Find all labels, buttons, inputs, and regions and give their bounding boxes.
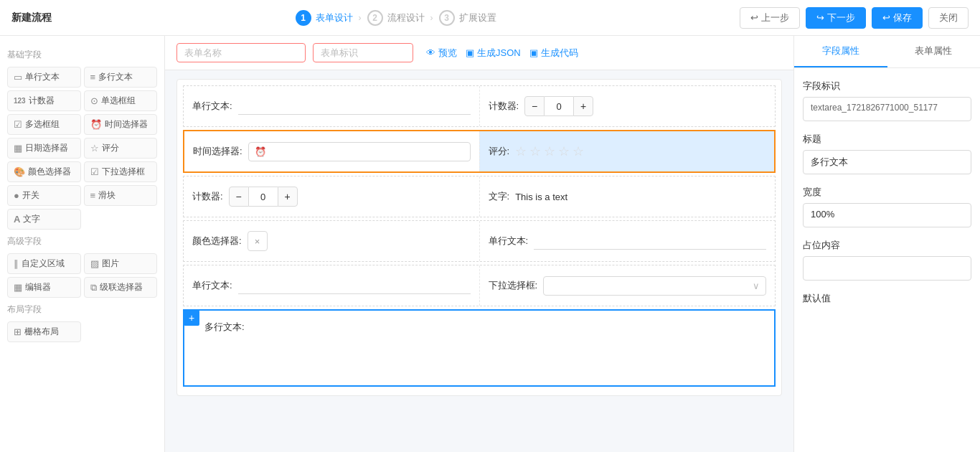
sidebar-item-slider[interactable]: ≡ 滑块 bbox=[84, 185, 158, 206]
sidebar-item-rating[interactable]: ☆ 评分 bbox=[84, 138, 158, 159]
image-icon: ▨ bbox=[90, 258, 99, 269]
form-cell-counter-1[interactable]: 计数器: − 0 + bbox=[479, 86, 776, 126]
form-cell-multitext[interactable]: 多行文本: bbox=[184, 311, 774, 385]
rating-stars[interactable]: ☆ ☆ ☆ ☆ ☆ bbox=[515, 143, 584, 159]
sidebar: 基础字段 ▭ 单行文本 ≡ 多行文本 123 计数器 ⊙ 单选框组 ☑ 多选框组 bbox=[0, 36, 165, 452]
colorpicker-field-input[interactable]: × bbox=[248, 231, 268, 251]
single-text-field-label-3: 单行文本: bbox=[192, 279, 232, 292]
sidebar-item-counter[interactable]: 123 计数器 bbox=[7, 90, 81, 111]
gen-json-btn[interactable]: ▣ 生成JSON bbox=[466, 47, 521, 60]
star-1[interactable]: ☆ bbox=[515, 143, 527, 159]
counter-minus-1[interactable]: − bbox=[524, 96, 545, 116]
form-cell-rating[interactable]: 评分: ☆ ☆ ☆ ☆ ☆ bbox=[479, 131, 775, 171]
form-canvas: 单行文本: 计数器: − 0 + 时间选择器: bbox=[165, 70, 793, 452]
star-4[interactable]: ☆ bbox=[558, 143, 570, 159]
save-label: 保存 bbox=[893, 11, 912, 24]
dropdown-label: 下拉选择框 bbox=[102, 166, 145, 178]
step-1[interactable]: 1 表单设计 bbox=[296, 10, 353, 26]
sidebar-item-multi-text[interactable]: ≡ 多行文本 bbox=[84, 67, 158, 88]
single-text-field-input-3[interactable] bbox=[238, 277, 471, 294]
sidebar-item-editor[interactable]: ▦ 编辑器 bbox=[7, 277, 81, 298]
dropdown-field-label: 下拉选择框: bbox=[489, 279, 538, 292]
next-button[interactable]: ↪ 下一步 bbox=[806, 7, 866, 29]
chevron-down-icon: ∨ bbox=[753, 281, 760, 291]
sidebar-item-radio[interactable]: ⊙ 单选框组 bbox=[84, 90, 158, 111]
form-cell-counter-2[interactable]: 计数器: − 0 + bbox=[184, 176, 479, 217]
counter-minus-2[interactable]: − bbox=[229, 187, 249, 207]
sidebar-item-grid[interactable]: ⊞ 栅格布局 bbox=[7, 321, 81, 342]
default-section: 默认值 bbox=[803, 292, 971, 305]
form-cell-single-text-3[interactable]: 单行文本: bbox=[184, 265, 479, 306]
gen-code-btn[interactable]: ▣ 生成代码 bbox=[529, 47, 578, 60]
prev-label: 上一步 bbox=[761, 11, 789, 24]
form-row-4: 颜色选择器: × 单行文本: bbox=[183, 220, 776, 262]
text-field-value: This is a text bbox=[515, 192, 567, 202]
form-cell-dropdown[interactable]: 下拉选择框: ∨ bbox=[479, 265, 776, 306]
sidebar-item-datepicker[interactable]: ▦ 日期选择器 bbox=[7, 138, 81, 159]
toolbar-actions: 👁 预览 ▣ 生成JSON ▣ 生成代码 bbox=[426, 47, 578, 60]
advanced-section-title: 高级字段 bbox=[7, 235, 157, 248]
step-1-num: 1 bbox=[296, 10, 311, 26]
title-label: 标题 bbox=[803, 133, 971, 146]
sidebar-item-colorpicker[interactable]: 🎨 颜色选择器 bbox=[7, 161, 81, 182]
form-cell-colorpicker[interactable]: 颜色选择器: × bbox=[184, 221, 479, 261]
field-id-section: 字段标识 textarea_1721826771000_51177 bbox=[803, 80, 971, 121]
sidebar-item-dropdown[interactable]: ☑ 下拉选择框 bbox=[84, 161, 158, 182]
dropdown-field-select[interactable]: ∨ bbox=[543, 276, 766, 296]
multitext-field-input[interactable] bbox=[250, 321, 765, 378]
placeholder-value[interactable] bbox=[803, 256, 971, 281]
placeholder-label: 占位内容 bbox=[803, 239, 971, 252]
code-icon: ▣ bbox=[529, 47, 538, 58]
prev-button[interactable]: ↩ 上一步 bbox=[740, 7, 800, 29]
counter-2: − 0 + bbox=[229, 187, 298, 207]
form-row-2: 时间选择器: ⏰ 评分: ☆ ☆ ☆ ☆ ☆ bbox=[183, 130, 776, 173]
step-2[interactable]: 2 流程设计 bbox=[367, 10, 425, 26]
sidebar-item-single-text[interactable]: ▭ 单行文本 bbox=[7, 67, 81, 88]
switch-label: 开关 bbox=[22, 189, 39, 202]
star-5[interactable]: ☆ bbox=[573, 143, 584, 159]
star-2[interactable]: ☆ bbox=[529, 143, 541, 159]
next-icon: ↪ bbox=[816, 12, 824, 23]
canvas-inner: 单行文本: 计数器: − 0 + 时间选择器: bbox=[176, 79, 782, 396]
form-toolbar: 👁 预览 ▣ 生成JSON ▣ 生成代码 bbox=[165, 36, 793, 70]
image-label: 图片 bbox=[102, 258, 119, 270]
counter-plus-2[interactable]: + bbox=[278, 187, 298, 207]
basic-section-title: 基础字段 bbox=[7, 49, 157, 61]
sidebar-item-checkbox[interactable]: ☑ 多选框组 bbox=[7, 114, 81, 135]
sidebar-item-cascade[interactable]: ⧉ 级联选择器 bbox=[84, 277, 158, 298]
title-value[interactable]: 多行文本 bbox=[803, 150, 971, 174]
text-label: 文字 bbox=[23, 213, 40, 225]
step-3[interactable]: 3 扩展设置 bbox=[439, 10, 496, 26]
form-cell-single-text-1[interactable]: 单行文本: bbox=[184, 86, 479, 126]
sidebar-item-text[interactable]: A 文字 bbox=[7, 209, 81, 230]
step-arrow-1: › bbox=[359, 13, 362, 23]
star-3[interactable]: ☆ bbox=[544, 143, 555, 159]
tab-form-properties[interactable]: 表单属性 bbox=[887, 36, 981, 67]
timepicker-field-input[interactable]: ⏰ bbox=[248, 142, 471, 161]
save-button[interactable]: ↩ 保存 bbox=[872, 7, 923, 29]
single-text-field-input[interactable] bbox=[238, 98, 471, 115]
form-mark-input[interactable] bbox=[313, 43, 413, 62]
sidebar-item-custom[interactable]: ∥ 自定义区域 bbox=[7, 253, 81, 274]
single-text-field-input-2[interactable] bbox=[534, 232, 766, 250]
form-cell-single-text-2[interactable]: 单行文本: bbox=[479, 221, 776, 261]
sidebar-item-switch[interactable]: ● 开关 bbox=[7, 185, 81, 206]
field-id-label: 字段标识 bbox=[803, 80, 971, 93]
single-text-field-label-2: 单行文本: bbox=[489, 235, 529, 248]
form-cell-timepicker[interactable]: 时间选择器: ⏰ bbox=[184, 131, 479, 171]
checkbox-icon: ☑ bbox=[14, 119, 22, 130]
width-label: 宽度 bbox=[803, 186, 971, 199]
counter-plus-1[interactable]: + bbox=[573, 96, 593, 116]
tab-form-label: 表单属性 bbox=[915, 45, 952, 56]
add-field-button[interactable]: + bbox=[184, 310, 199, 326]
sidebar-item-timepicker[interactable]: ⏰ 时间选择器 bbox=[84, 114, 158, 135]
tab-field-properties[interactable]: 字段属性 bbox=[794, 36, 887, 67]
form-name-input[interactable] bbox=[176, 43, 306, 62]
close-button[interactable]: 关闭 bbox=[928, 7, 969, 29]
counter-field-label-1: 计数器: bbox=[489, 100, 519, 113]
preview-btn[interactable]: 👁 预览 bbox=[426, 47, 457, 60]
sidebar-item-image[interactable]: ▨ 图片 bbox=[84, 253, 158, 274]
width-value[interactable]: 100% bbox=[803, 203, 971, 227]
slider-label: 滑块 bbox=[98, 189, 116, 202]
default-label: 默认值 bbox=[803, 292, 971, 305]
